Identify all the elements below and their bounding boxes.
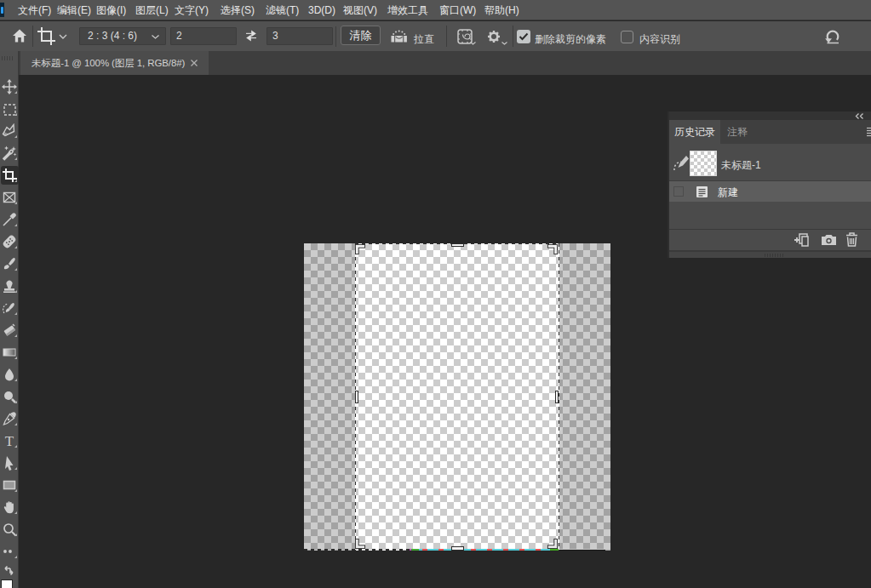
svg-text:T: T [5, 433, 14, 448]
